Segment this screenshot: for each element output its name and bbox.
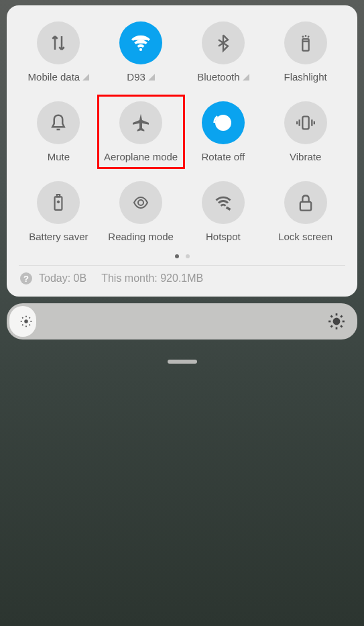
svg-line-25 xyxy=(331,325,332,327)
tile-label: Mobile data xyxy=(28,71,90,83)
tile-battery[interactable]: Battery saver xyxy=(17,181,100,242)
tile-bluetooth[interactable]: Bluetooth xyxy=(182,21,265,83)
signal-icon xyxy=(148,74,155,81)
svg-point-7 xyxy=(138,200,143,205)
page-dot xyxy=(186,254,190,258)
mute-icon xyxy=(37,101,80,144)
tile-mute[interactable]: Mute xyxy=(17,101,100,162)
svg-line-16 xyxy=(22,325,23,325)
svg-rect-4 xyxy=(302,117,308,129)
data-month: This month: 920.1MB xyxy=(101,272,203,284)
svg-rect-6 xyxy=(57,195,60,197)
wifi-icon xyxy=(119,21,162,64)
quick-settings-panel: Mobile dataD93BluetoothFlashlightMuteAer… xyxy=(7,5,357,297)
tiles-grid: Mobile dataD93BluetoothFlashlightMuteAer… xyxy=(17,21,347,242)
page-indicator xyxy=(17,254,347,258)
tile-wifi[interactable]: D93 xyxy=(100,21,182,83)
tile-flashlight[interactable]: Flashlight xyxy=(264,21,347,83)
svg-line-26 xyxy=(341,316,342,317)
battery-icon xyxy=(37,181,80,224)
tile-mobile-data[interactable]: Mobile data xyxy=(17,21,100,83)
tile-label: Battery saver xyxy=(29,231,88,242)
svg-line-24 xyxy=(341,325,342,327)
page-dot xyxy=(175,254,179,258)
tile-label: Bluetooth xyxy=(197,71,249,83)
brightness-slider[interactable] xyxy=(7,303,357,340)
svg-rect-5 xyxy=(55,197,62,210)
tile-label: Rotate off xyxy=(201,151,245,162)
hotspot-icon xyxy=(202,181,245,224)
tile-hotspot[interactable]: Hotspot xyxy=(182,181,265,242)
tile-vibrate[interactable]: Vibrate xyxy=(264,101,347,162)
tile-lock[interactable]: Lock screen xyxy=(264,181,347,242)
data-today: Today: 0B xyxy=(39,272,86,284)
svg-line-23 xyxy=(331,316,332,317)
tile-label: Flashlight xyxy=(284,71,327,83)
tile-label: Lock screen xyxy=(278,231,332,242)
tile-label: Reading mode xyxy=(108,231,174,242)
airplane-icon xyxy=(119,101,162,144)
tile-label: Aeroplane mode xyxy=(104,151,178,162)
rotate-icon xyxy=(202,101,245,144)
mobile-data-icon xyxy=(37,21,80,64)
svg-rect-3 xyxy=(221,118,225,123)
brightness-high-icon xyxy=(328,313,345,330)
brightness-low-icon xyxy=(19,314,34,329)
reading-icon xyxy=(119,181,162,224)
tile-label: Hotspot xyxy=(206,231,241,242)
tile-rotate[interactable]: Rotate off xyxy=(182,101,265,162)
signal-icon xyxy=(243,74,249,81)
bluetooth-icon xyxy=(202,21,245,64)
drag-handle[interactable] xyxy=(168,360,197,364)
svg-point-0 xyxy=(139,48,142,51)
tile-label: Mute xyxy=(48,151,70,162)
svg-line-14 xyxy=(22,317,23,318)
flashlight-icon xyxy=(284,21,327,64)
tile-label: Vibrate xyxy=(290,151,321,162)
divider xyxy=(19,265,345,266)
lock-icon xyxy=(284,181,327,224)
svg-line-15 xyxy=(29,325,30,325)
signal-icon xyxy=(82,74,89,81)
tile-label: D93 xyxy=(127,71,155,83)
tile-airplane[interactable]: Aeroplane mode xyxy=(100,101,182,162)
tile-reading[interactable]: Reading mode xyxy=(100,181,182,242)
data-usage-row[interactable]: ? Today: 0B This month: 920.1MB xyxy=(17,272,347,289)
svg-rect-8 xyxy=(300,202,310,211)
vibrate-icon xyxy=(284,101,327,144)
svg-point-9 xyxy=(24,319,28,323)
svg-line-17 xyxy=(29,317,30,318)
help-icon: ? xyxy=(20,272,32,284)
svg-point-18 xyxy=(333,318,341,325)
